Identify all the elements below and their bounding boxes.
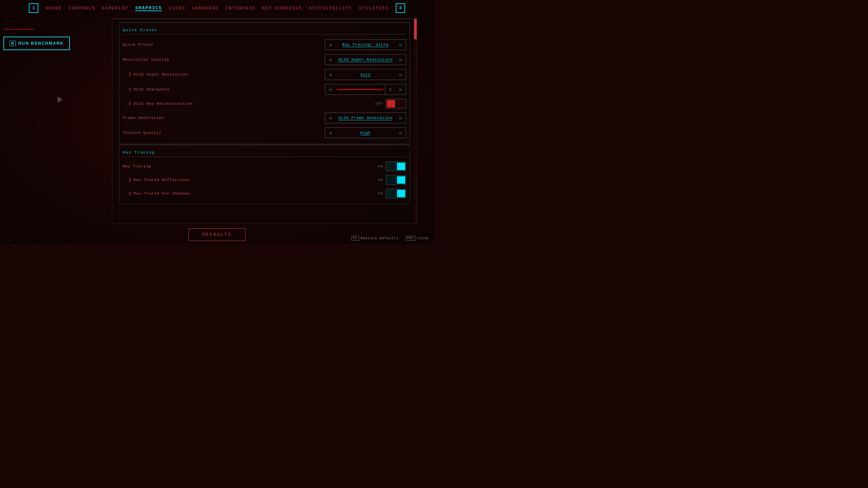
nav-controls[interactable]: CONTROLS bbox=[68, 6, 95, 11]
ray-tracing-toggle-container: ON bbox=[378, 162, 406, 171]
ray-reflections-toggle-container: ON bbox=[378, 175, 406, 185]
scroll-track[interactable] bbox=[414, 19, 417, 223]
dlss-ray-recon-toggle-container: OFF bbox=[375, 99, 406, 108]
setting-row-texture-quality: Texture Quality ◁ High ▷ bbox=[123, 125, 406, 140]
dlss-sharpness-label: DLSS Sharpness bbox=[130, 87, 170, 92]
frame-gen-value: DLSS Frame Generation bbox=[335, 116, 396, 120]
nav-box-right: 3 bbox=[396, 3, 405, 13]
setting-row-ray-tracing: Ray Tracing ON bbox=[123, 160, 406, 173]
ray-tracing-section: Ray Tracing Ray Tracing ON Ray-Traced Re… bbox=[119, 145, 410, 204]
dlss-super-res-value: Auto bbox=[335, 73, 396, 77]
triangle-cursor-icon bbox=[58, 97, 62, 103]
dlss-super-res-next[interactable]: ▷ bbox=[396, 69, 406, 80]
ray-reflections-toggle[interactable] bbox=[386, 175, 406, 185]
frame-gen-prev[interactable]: ◁ bbox=[325, 113, 335, 123]
nav-keybindings[interactable]: KEY BINDINGS bbox=[262, 6, 302, 11]
benchmark-key: B bbox=[9, 41, 16, 46]
dlss-sharpness-slider[interactable]: ◁ 1 ▷ bbox=[325, 84, 406, 95]
ray-reflections-knob bbox=[397, 176, 405, 184]
resolution-scaling-next[interactable]: ▷ bbox=[396, 55, 406, 65]
dlss-super-res-prev[interactable]: ◁ bbox=[325, 69, 335, 80]
dlss-super-res-label: DLSS Super Resolution bbox=[130, 73, 188, 77]
ray-reflections-label: Ray-Traced Reflections bbox=[130, 178, 190, 182]
main-content: Quick Preset Quick Preset ◁ Ray Tracing:… bbox=[112, 19, 417, 224]
resolution-scaling-label: Resolution Scaling bbox=[123, 58, 169, 62]
dlss-sharpness-next[interactable]: ▷ bbox=[396, 84, 406, 95]
version-info: V 05 bbox=[5, 239, 12, 242]
dlss-ray-recon-toggle[interactable] bbox=[386, 99, 406, 108]
ray-tracing-knob bbox=[397, 163, 405, 170]
mini-logo: ⠿⠿ ▪▪▪▪▪▪▪▪▪▪▪▪▪▪▪▪▪▪ bbox=[3, 19, 71, 26]
nav-sound[interactable]: SOUND bbox=[45, 6, 62, 11]
hint-close: ESC Close bbox=[406, 236, 429, 241]
quick-preset-value: Ray Tracing: Ultra bbox=[335, 43, 396, 47]
run-benchmark-button[interactable]: B RUN BENCHMARK bbox=[3, 37, 70, 50]
quick-preset-label: Quick Preset bbox=[123, 43, 154, 47]
resolution-scaling-prev[interactable]: ◁ bbox=[325, 55, 335, 65]
hint-close-label: Close bbox=[417, 237, 429, 240]
dlss-sharpness-value: 1 bbox=[385, 84, 396, 95]
hint-f1-key: F1 bbox=[351, 236, 359, 241]
texture-quality-value: High bbox=[335, 131, 396, 135]
side-decoration: · · · bbox=[7, 120, 15, 122]
cursor-arrow bbox=[58, 97, 62, 104]
bottom-center-info: — TRN_TLCAS_B00091 bbox=[201, 240, 233, 242]
resolution-scaling-value: DLSS Super Resolution bbox=[335, 58, 396, 62]
texture-quality-prev[interactable]: ◁ bbox=[325, 128, 335, 138]
ray-sun-shadows-state: ON bbox=[378, 191, 383, 196]
hint-restore-label: Restore Defaults bbox=[361, 237, 399, 240]
nav-accessibility[interactable]: ACCESSIBILITY bbox=[309, 6, 352, 11]
setting-row-ray-reflections: Ray-Traced Reflections ON bbox=[123, 173, 406, 187]
bottom-hints: F1 Restore Defaults ESC Close bbox=[351, 236, 429, 241]
texture-quality-label: Texture Quality bbox=[123, 131, 161, 135]
setting-row-dlss-ray-recon: DLSS Ray Reconstruction OFF bbox=[123, 97, 406, 110]
dlss-sharpness-prev[interactable]: ◁ bbox=[325, 84, 335, 95]
nav-box-left: 1 bbox=[29, 3, 38, 13]
defaults-button[interactable]: DEFAULTS bbox=[189, 228, 245, 241]
left-sidebar: ⠿⠿ ▪▪▪▪▪▪▪▪▪▪▪▪▪▪▪▪▪▪ B RUN BENCHMARK · … bbox=[3, 19, 71, 50]
dlss-ray-recon-state: OFF bbox=[375, 102, 383, 106]
nav-graphics[interactable]: GRAPHICS bbox=[135, 5, 162, 11]
quick-preset-prev[interactable]: ◁ bbox=[325, 40, 335, 50]
frame-gen-selector[interactable]: ◁ DLSS Frame Generation ▷ bbox=[325, 113, 406, 123]
scroll-thumb[interactable] bbox=[414, 19, 417, 39]
benchmark-label: RUN BENCHMARK bbox=[18, 41, 64, 46]
ray-sun-shadows-knob bbox=[397, 190, 405, 197]
dlss-ray-recon-knob bbox=[387, 100, 395, 107]
quick-preset-selector[interactable]: ◁ Ray Tracing: Ultra ▷ bbox=[325, 39, 406, 50]
dlss-ray-recon-label: DLSS Ray Reconstruction bbox=[130, 102, 193, 106]
page-wrapper: 1 SOUND CONTROLS GAMEPLAY GRAPHICS VIDEO… bbox=[0, 0, 434, 244]
texture-quality-next[interactable]: ▷ bbox=[396, 128, 406, 138]
frame-gen-next[interactable]: ▷ bbox=[396, 113, 406, 123]
ray-sun-shadows-toggle-container: ON bbox=[378, 189, 406, 198]
mini-bar bbox=[3, 29, 34, 30]
setting-row-dlss-super-res: DLSS Super Resolution ◁ Auto ▷ bbox=[123, 67, 406, 82]
nav-language[interactable]: LANGUAGE bbox=[192, 6, 219, 11]
hint-restore-defaults: F1 Restore Defaults bbox=[351, 236, 399, 241]
quick-preset-section: Quick Preset Quick Preset ◁ Ray Tracing:… bbox=[119, 22, 410, 144]
quick-preset-next[interactable]: ▷ bbox=[396, 40, 406, 50]
ray-reflections-state: ON bbox=[378, 178, 383, 182]
quick-preset-header: Quick Preset bbox=[123, 25, 406, 35]
setting-row-resolution-scaling: Resolution Scaling ◁ DLSS Super Resoluti… bbox=[123, 52, 406, 67]
hint-esc-key: ESC bbox=[406, 236, 415, 241]
dlss-super-res-selector[interactable]: ◁ Auto ▷ bbox=[325, 69, 406, 80]
setting-row-frame-gen: Frame Generation ◁ DLSS Frame Generation… bbox=[123, 110, 406, 125]
ray-sun-shadows-label: Ray-Traced Sun Shadows bbox=[130, 191, 190, 196]
top-nav: 1 SOUND CONTROLS GAMEPLAY GRAPHICS VIDEO… bbox=[0, 0, 434, 16]
texture-quality-selector[interactable]: ◁ High ▷ bbox=[325, 127, 406, 138]
settings-panel: Quick Preset Quick Preset ◁ Ray Tracing:… bbox=[112, 19, 417, 208]
nav-video[interactable]: VIDEO bbox=[169, 6, 185, 11]
ray-sun-shadows-toggle[interactable] bbox=[386, 189, 406, 198]
setting-row-ray-sun-shadows: Ray-Traced Sun Shadows ON bbox=[123, 187, 406, 200]
ray-tracing-state: ON bbox=[378, 164, 383, 168]
frame-gen-label: Frame Generation bbox=[123, 116, 164, 120]
ray-tracing-toggle[interactable] bbox=[386, 162, 406, 171]
nav-gameplay[interactable]: GAMEPLAY bbox=[102, 6, 129, 11]
setting-row-quick-preset: Quick Preset ◁ Ray Tracing: Ultra ▷ bbox=[123, 37, 406, 52]
nav-utilities[interactable]: UTILITIES bbox=[359, 6, 389, 11]
resolution-scaling-selector[interactable]: ◁ DLSS Super Resolution ▷ bbox=[325, 54, 406, 65]
dlss-sharpness-track bbox=[337, 89, 383, 90]
ray-tracing-header: Ray Tracing bbox=[123, 148, 406, 157]
nav-interface[interactable]: INTERFACE bbox=[225, 6, 255, 11]
